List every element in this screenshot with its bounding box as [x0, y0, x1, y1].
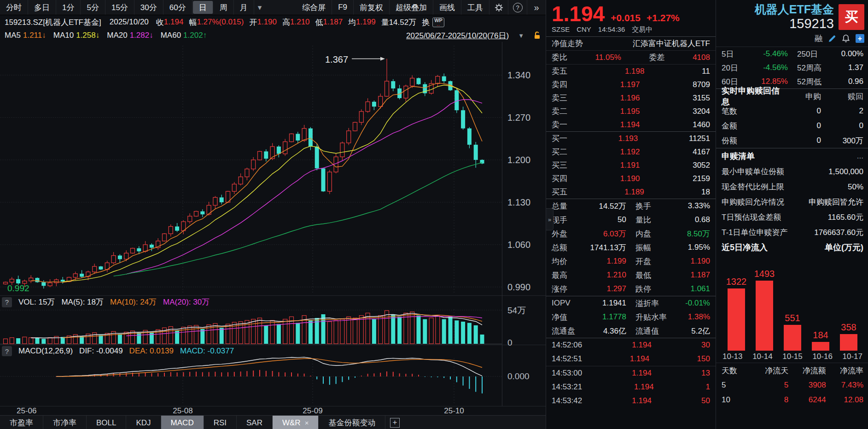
macd-hist-bar	[234, 372, 235, 376]
netflow-bar-group: 358	[836, 322, 862, 351]
tool-button-前复权[interactable]: 前复权	[354, 0, 390, 15]
tab-W&R[interactable]: W&R×	[273, 416, 319, 429]
tab-基金份额变动[interactable]: 基金份额变动	[319, 416, 385, 429]
tab-label: KDJ	[136, 418, 151, 428]
tick-time: 14:52:06	[552, 341, 582, 350]
period-tab-周[interactable]: 周	[214, 0, 234, 15]
candle-body	[461, 110, 465, 128]
book-level-label: 卖三	[552, 93, 567, 103]
volume-bar	[264, 325, 268, 344]
period-tab-5分[interactable]: 5分	[81, 0, 105, 15]
netflow-date-labels: 10-1310-1410-1510-1610-17	[716, 351, 868, 363]
netflow-bar-value: 184	[813, 330, 828, 341]
candlestick-chart[interactable]: 1.3401.2701.2001.1301.0600.99054万00.0001…	[0, 42, 546, 415]
rt-redeem-value: 2	[821, 106, 863, 116]
period-tab-30分[interactable]: 30分	[134, 0, 163, 15]
bid-row[interactable]: 买一1.19311251	[546, 132, 716, 145]
volume-bar	[454, 320, 459, 344]
toolbar-expand-icon[interactable]: »	[527, 0, 546, 15]
ask-row[interactable]: 卖一1.1941460	[546, 118, 716, 131]
tool-button-工具[interactable]: 工具	[461, 0, 489, 15]
session-date: 2025/10/20	[110, 18, 149, 27]
macd-hist-bar	[329, 376, 330, 385]
tool-button-画线[interactable]: 画线	[433, 0, 461, 15]
candle-body	[16, 279, 20, 283]
period-tab-分时[interactable]: 分时	[0, 0, 28, 15]
tool-button-F9[interactable]: F9	[332, 0, 354, 15]
candle-body	[131, 248, 135, 253]
bid-row[interactable]: 买四1.1902159	[546, 172, 716, 185]
settings-gear-icon[interactable]	[489, 0, 508, 15]
edit-pencil-icon[interactable]	[828, 35, 836, 43]
alert-bell-icon[interactable]	[842, 34, 850, 43]
bid-row[interactable]: 买三1.1913052	[546, 159, 716, 172]
tick-row: 14:53:001.19413	[546, 366, 716, 380]
help-icon[interactable]: ?	[508, 0, 527, 15]
volume-bar	[423, 319, 427, 344]
macd-hist-bar	[177, 372, 178, 376]
x-axis-label: 25-06	[17, 406, 36, 415]
macd-hist-bar	[443, 376, 444, 378]
volume-bar	[200, 329, 204, 344]
tab-MACD[interactable]: MACD	[161, 416, 204, 429]
period-tab-60分[interactable]: 60分	[163, 0, 192, 15]
tool-button-综合屏[interactable]: 综合屏	[296, 0, 332, 15]
ma5-line	[31, 83, 482, 282]
period-tab-多日[interactable]: 多日	[28, 0, 56, 15]
period-tab-月[interactable]: 月	[234, 0, 254, 15]
candle-body	[404, 86, 408, 98]
buy-button[interactable]: 买	[839, 4, 864, 30]
lock-icon[interactable]	[533, 31, 541, 40]
add-indicator-button[interactable]: +	[385, 416, 404, 429]
tick-price: 1.194	[630, 354, 650, 364]
ask-row[interactable]: 卖五1.19811	[546, 65, 716, 78]
tab-close-icon[interactable]: ×	[305, 419, 309, 427]
tool-button-超级叠加[interactable]: 超级叠加	[390, 0, 433, 15]
panel-collapse-handle[interactable]: »	[546, 208, 553, 230]
tab-BOLL[interactable]: BOLL	[87, 416, 126, 429]
volume-bar	[283, 319, 287, 344]
date-range-caret-icon[interactable]: ▼	[518, 32, 524, 39]
macd-hist-bar	[196, 372, 197, 376]
rt-label: 笔数	[722, 106, 784, 117]
tab-市净率[interactable]: 市净率	[43, 416, 87, 429]
candle-body	[175, 227, 179, 231]
ask-row[interactable]: 卖二1.1953204	[546, 105, 716, 118]
tick-price: 1.194	[632, 341, 652, 350]
tick-volume: 50	[701, 396, 710, 405]
ask-row[interactable]: 卖四1.1978709	[546, 78, 716, 91]
tab-市盈率[interactable]: 市盈率	[0, 416, 43, 429]
stat-label: 涨停	[552, 284, 567, 294]
volume-bar	[194, 325, 198, 344]
bid-row[interactable]: 买五1.18918	[546, 185, 716, 199]
volume-bar	[80, 336, 84, 344]
tab-SAR[interactable]: SAR	[237, 416, 273, 429]
netflow-bar-group: 184	[808, 330, 833, 351]
volume-bar	[296, 323, 300, 344]
tab-KDJ[interactable]: KDJ	[126, 416, 161, 429]
macd-help-icon[interactable]: ?	[2, 346, 12, 356]
macd-hist-bar	[119, 373, 120, 376]
volume-bar	[474, 325, 478, 344]
candle-body	[277, 147, 281, 154]
period-tab-1分[interactable]: 1分	[56, 0, 81, 15]
candle-body	[200, 212, 204, 215]
main-chart-area[interactable]: 1.3401.2701.2001.1301.0600.99054万00.0001…	[0, 42, 546, 415]
macd-hist-bar	[202, 372, 203, 376]
period-tab-15分[interactable]: 15分	[105, 0, 134, 15]
tab-RSI[interactable]: RSI	[204, 416, 237, 429]
nav-row[interactable]: 净值走势 汇添富中证机器人ETF	[546, 37, 716, 51]
candle-body	[35, 278, 40, 282]
wp-watermark-icon: WP ..	[432, 18, 444, 27]
candle-body	[436, 76, 440, 84]
bid-row[interactable]: 买二1.1924167	[546, 145, 716, 159]
add-to-watchlist-icon[interactable]: +	[856, 34, 864, 43]
ask-row[interactable]: 卖三1.1963155	[546, 91, 716, 105]
list-more-icon[interactable]: ...	[857, 152, 863, 161]
candle-body	[359, 112, 363, 123]
vol-help-icon[interactable]: ?	[2, 297, 12, 307]
period-more-caret-icon[interactable]: ▾	[254, 3, 266, 12]
period-tab-日[interactable]: 日	[193, 1, 213, 14]
date-range-selector[interactable]: 2025/06/27-2025/10/20(76日)	[406, 30, 509, 41]
tick-time: 14:53:00	[552, 369, 582, 378]
